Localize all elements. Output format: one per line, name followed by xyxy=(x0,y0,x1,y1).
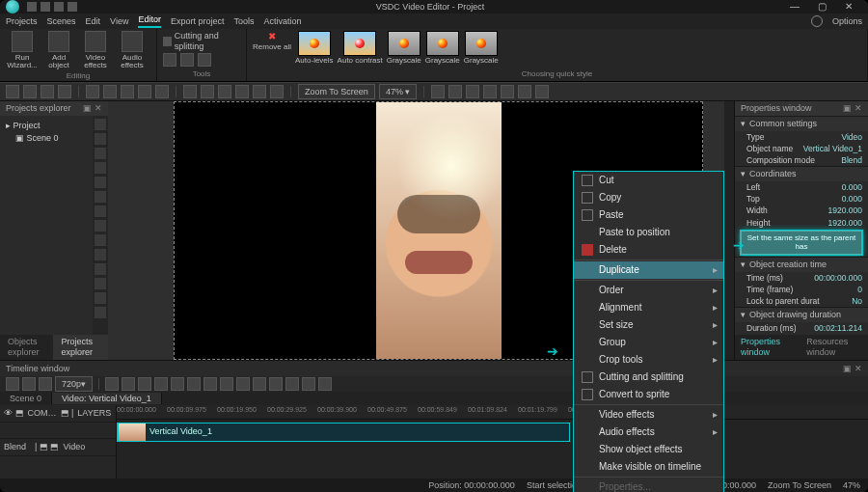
menu-export[interactable]: Export project xyxy=(171,16,225,27)
ctx-crop[interactable]: Crop tools▸ xyxy=(574,351,723,369)
options-link[interactable]: Options xyxy=(832,16,862,27)
toolbar-icon[interactable] xyxy=(138,377,151,391)
toolbar-icon[interactable] xyxy=(187,377,201,391)
toolbar-icon[interactable] xyxy=(518,85,531,98)
toolbar-icon[interactable] xyxy=(253,85,266,98)
toolbar-icon[interactable] xyxy=(103,85,117,98)
ctx-group[interactable]: Group▸ xyxy=(574,334,723,351)
ctx-copy[interactable]: Copy xyxy=(574,189,723,206)
cutting-splitting-button[interactable]: Cutting and splitting xyxy=(175,31,240,52)
toolbar-icon[interactable] xyxy=(218,85,231,98)
style-grayscale[interactable]: Grayscale xyxy=(425,31,460,66)
tree-scene-node[interactable]: ▣ Scene 0 xyxy=(6,132,87,145)
toolbar-icon[interactable] xyxy=(183,85,197,98)
menu-projects[interactable]: Projects xyxy=(6,16,38,27)
resolution-dropdown[interactable]: 720p ▾ xyxy=(55,376,93,392)
toolbar-icon[interactable] xyxy=(302,377,315,391)
ctx-video-effects[interactable]: Video effects▸ xyxy=(574,406,723,424)
run-wizard-button[interactable]: Run Wizard... xyxy=(6,31,39,69)
track-header[interactable]: 👁 ⬒ COM… ⬒ | LAYERS xyxy=(0,405,116,423)
ctx-order[interactable]: Order▸ xyxy=(574,282,723,299)
timeline-tracks[interactable]: 00:00:00.00000:00:09.97500:00:19.95000:0… xyxy=(117,405,868,482)
tool-icon[interactable] xyxy=(95,263,106,275)
props-section[interactable]: ▾ Coordinates xyxy=(735,166,868,181)
ctx-visible-timeline[interactable]: Make visible on timeline xyxy=(574,458,723,476)
tool-icon[interactable] xyxy=(95,162,106,174)
tab-objects-explorer[interactable]: Objects explorer xyxy=(0,335,53,360)
canvas[interactable]: ➔ ➔ Cut Copy Paste Paste to position Del… xyxy=(108,101,724,360)
toolbar-icon[interactable] xyxy=(253,377,266,391)
ctx-audio-effects[interactable]: Audio effects▸ xyxy=(574,424,723,441)
minimize-button[interactable]: — xyxy=(781,1,808,13)
tool-icon[interactable] xyxy=(95,292,106,304)
tool-icon[interactable] xyxy=(95,307,106,318)
tool-icon[interactable] xyxy=(95,191,106,203)
tab-properties[interactable]: Properties window xyxy=(735,335,800,360)
toolbar-icon[interactable] xyxy=(448,85,462,98)
tool-icon[interactable] xyxy=(198,53,211,67)
props-section[interactable]: ▾ Object drawing duration xyxy=(735,307,868,322)
menu-tools[interactable]: Tools xyxy=(233,16,254,27)
style-auto-levels[interactable]: Auto-levels xyxy=(295,31,334,66)
menu-scenes[interactable]: Scenes xyxy=(47,16,76,27)
audio-effects-button[interactable]: Audio effects xyxy=(116,31,149,69)
ctx-sprite[interactable]: Convert to sprite xyxy=(574,386,723,403)
toolbar-icon[interactable] xyxy=(203,377,217,391)
toolbar-icon[interactable] xyxy=(535,85,549,98)
gear-icon[interactable] xyxy=(811,15,823,27)
tool-icon[interactable] xyxy=(95,177,106,188)
tool-icon[interactable] xyxy=(95,148,106,159)
tool-icon[interactable] xyxy=(95,234,106,246)
qat-icon[interactable] xyxy=(27,2,37,12)
tab-video[interactable]: Video: Vertical Video_1 xyxy=(52,393,162,405)
props-section[interactable]: ▾ Common settings xyxy=(735,116,868,131)
props-section[interactable]: ▾ Object creation time xyxy=(735,257,868,272)
toolbar-icon[interactable] xyxy=(6,85,19,98)
toolbar-icon[interactable] xyxy=(6,377,19,391)
menu-edit[interactable]: Edit xyxy=(86,16,101,27)
ctx-show-effects[interactable]: Show object effects xyxy=(574,441,723,458)
toolbar-icon[interactable] xyxy=(235,85,249,98)
tool-icon[interactable] xyxy=(95,133,106,145)
panel-close-icon[interactable]: ▣ ✕ xyxy=(83,103,102,114)
ctx-paste-position[interactable]: Paste to position xyxy=(574,224,723,241)
qat-icon[interactable] xyxy=(68,2,77,12)
tool-icon[interactable] xyxy=(95,220,106,232)
tab-resources[interactable]: Resources window xyxy=(800,335,868,360)
toolbar-icon[interactable] xyxy=(155,85,169,98)
tab-projects-explorer[interactable]: Projects explorer xyxy=(53,335,108,360)
toolbar-icon[interactable] xyxy=(22,377,36,391)
toolbar-icon[interactable] xyxy=(122,377,135,391)
style-grayscale[interactable]: Grayscale xyxy=(387,31,421,66)
toolbar-icon[interactable] xyxy=(236,377,250,391)
track-header[interactable]: Blend | ⬒ ⬒ Video xyxy=(0,439,116,456)
video-effects-button[interactable]: Video effects xyxy=(79,31,112,69)
menu-view[interactable]: View xyxy=(110,16,128,27)
toolbar-icon[interactable] xyxy=(58,85,71,98)
set-same-size-button[interactable]: Set the same size as the parent has xyxy=(741,231,862,255)
toolbar-icon[interactable] xyxy=(501,85,514,98)
tool-icon[interactable] xyxy=(95,119,106,130)
style-auto-contrast[interactable]: Auto contrast xyxy=(338,31,383,66)
toolbar-icon[interactable] xyxy=(171,377,184,391)
tab-scene[interactable]: Scene 0 xyxy=(0,393,52,405)
play-icon[interactable] xyxy=(105,377,119,391)
qat-icon[interactable] xyxy=(54,2,64,12)
panel-close-icon[interactable]: ▣ ✕ xyxy=(843,364,862,374)
tool-icon[interactable] xyxy=(95,205,106,217)
time-ruler[interactable]: 00:00:00.00000:00:09.97500:00:19.95000:0… xyxy=(117,405,868,420)
remove-all-styles-button[interactable]: ✖Remove all xyxy=(253,31,291,52)
toolbar-icon[interactable] xyxy=(154,377,168,391)
zoom-mode-dropdown[interactable]: Zoom To Screen xyxy=(298,84,375,99)
toolbar-icon[interactable] xyxy=(269,377,283,391)
toolbar-icon[interactable] xyxy=(201,85,214,98)
toolbar-icon[interactable] xyxy=(483,85,497,98)
tool-icon[interactable] xyxy=(95,249,106,260)
ctx-alignment[interactable]: Alignment▸ xyxy=(574,299,723,316)
toolbar-icon[interactable] xyxy=(23,85,37,98)
ctx-cut-split[interactable]: Cutting and splitting xyxy=(574,369,723,386)
toolbar-icon[interactable] xyxy=(285,377,299,391)
maximize-button[interactable]: ▢ xyxy=(808,1,835,13)
tool-icon[interactable] xyxy=(95,278,106,289)
toolbar-icon[interactable] xyxy=(39,377,52,391)
